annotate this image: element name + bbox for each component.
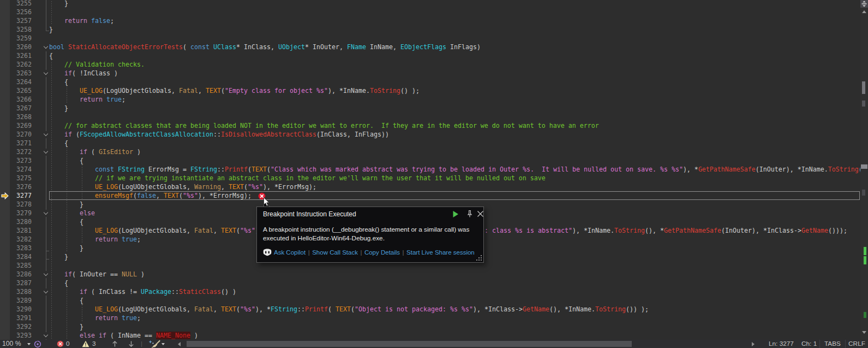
code-line[interactable]: 3276 UE_LOG(LogUObjectGlobals, Warning, …: [0, 182, 860, 191]
code-line[interactable]: 3286 if( InOuter == NULL ): [0, 270, 860, 279]
line-number[interactable]: 3277: [10, 191, 32, 200]
line-number[interactable]: 3268: [10, 113, 32, 121]
line-number[interactable]: 3274: [10, 165, 32, 174]
line-number[interactable]: 3281: [10, 226, 32, 235]
code-cleanup-broom-icon[interactable]: [148, 340, 161, 348]
line-number[interactable]: 3273: [10, 156, 32, 165]
code-line[interactable]: 3259: [0, 34, 860, 43]
scroll-right-arrow[interactable]: [752, 342, 755, 346]
code-line[interactable]: 3262 // Validation checks.: [0, 60, 860, 69]
ask-copilot-link[interactable]: Ask Copilot: [274, 249, 306, 256]
code-line[interactable]: 3291 return true;: [0, 314, 860, 322]
line-number[interactable]: 3285: [10, 261, 32, 270]
error-count[interactable]: 0: [66, 340, 70, 348]
line-number[interactable]: 3271: [10, 139, 32, 148]
line-number[interactable]: 3286: [10, 270, 32, 279]
code-area[interactable]: 3255 }32563257 return false;3258}3259326…: [0, 0, 860, 340]
resize-grip[interactable]: [476, 255, 482, 261]
copy-details-link[interactable]: Copy Details: [364, 249, 400, 256]
code-line[interactable]: 3265 UE_LOG(LogUObjectGlobals, Fatal, TE…: [0, 86, 860, 95]
code-cleanup-caret-icon[interactable]: [161, 343, 165, 345]
line-number[interactable]: 3255: [10, 0, 32, 8]
horizontal-scrollbar-thumb[interactable]: [187, 341, 632, 347]
line-number[interactable]: 3262: [10, 60, 32, 69]
line-number[interactable]: 3284: [10, 252, 32, 261]
line-number[interactable]: 3280: [10, 217, 32, 226]
code-line[interactable]: 3263 if( !InClass ): [0, 69, 860, 78]
horizontal-scrollbar[interactable]: [173, 341, 758, 347]
line-number[interactable]: 3292: [10, 322, 32, 331]
line-number[interactable]: 3290: [10, 305, 32, 314]
vertical-scrollbar[interactable]: [860, 0, 868, 340]
show-call-stack-link[interactable]: Show Call Stack: [312, 249, 358, 256]
continue-execution-icon[interactable]: [452, 210, 459, 218]
code-line[interactable]: 3290 UE_LOG(LogUObjectGlobals, Fatal, TE…: [0, 305, 860, 314]
start-live-share-link[interactable]: Start Live Share session: [406, 249, 475, 256]
code-line[interactable]: 3292 }: [0, 322, 860, 331]
code-line[interactable]: 3270 if (FScopedAllowAbstractClassAlloca…: [0, 130, 860, 139]
line-number[interactable]: 3276: [10, 182, 32, 191]
scroll-up-arrow[interactable]: [862, 10, 866, 13]
code-line[interactable]: 3256: [0, 8, 860, 16]
line-number[interactable]: 3291: [10, 314, 32, 322]
code-line[interactable]: 3272 if ( GIsEditor ): [0, 148, 860, 156]
line-number[interactable]: 3258: [10, 25, 32, 34]
code-line[interactable]: 3260bool StaticAllocateObjectErrorTests(…: [0, 43, 860, 51]
navigate-up-icon[interactable]: [111, 340, 118, 347]
code-line[interactable]: 3264 {: [0, 78, 860, 86]
line-number[interactable]: 3257: [10, 16, 32, 25]
line-number[interactable]: 3263: [10, 69, 32, 78]
code-line[interactable]: 3268: [0, 113, 860, 121]
warning-count[interactable]: 3: [92, 340, 96, 348]
line-number[interactable]: 3270: [10, 130, 32, 139]
scroll-left-arrow[interactable]: [178, 342, 181, 346]
instruction-pointer-arrow-icon[interactable]: [1, 192, 9, 199]
line-number[interactable]: 3264: [10, 78, 32, 86]
code-line[interactable]: 3261{: [0, 51, 860, 60]
code-line[interactable]: 3288 if ( InClass != UPackage::StaticCla…: [0, 287, 860, 296]
pin-icon[interactable]: [466, 210, 474, 218]
line-number[interactable]: 3275: [10, 174, 32, 182]
code-line[interactable]: 3275 // if we are trying instantiate an …: [0, 174, 860, 182]
line-number[interactable]: 3261: [10, 51, 32, 60]
navigate-down-icon[interactable]: [128, 340, 135, 347]
status-line-ending[interactable]: CRLF: [845, 340, 868, 348]
line-number[interactable]: 3288: [10, 287, 32, 296]
code-line[interactable]: 3271 {: [0, 139, 860, 148]
code-line[interactable]: 3258}: [0, 25, 860, 34]
status-indentation-mode[interactable]: TABS: [819, 340, 845, 348]
close-icon[interactable]: [477, 210, 484, 217]
code-line[interactable]: 3267 }: [0, 104, 860, 113]
line-number[interactable]: 3260: [10, 43, 32, 51]
code-line[interactable]: 3293 else if ( InName == NAME_None ): [0, 331, 860, 340]
code-line[interactable]: 3273 {: [0, 156, 860, 165]
scroll-down-arrow[interactable]: [862, 331, 866, 334]
line-number[interactable]: 3282: [10, 235, 32, 244]
zoom-control[interactable]: 100 %: [2, 340, 21, 348]
code-line[interactable]: 3274 const FString ErrorMsg = FString::P…: [0, 165, 860, 174]
line-number[interactable]: 3259: [10, 34, 32, 43]
line-number[interactable]: 3278: [10, 200, 32, 209]
editor-split-handle[interactable]: [860, 0, 868, 8]
line-number[interactable]: 3269: [10, 121, 32, 130]
line-number[interactable]: 3265: [10, 86, 32, 95]
errors-icon[interactable]: [57, 340, 64, 347]
line-number[interactable]: 3283: [10, 244, 32, 252]
code-line[interactable]: 3266 return true;: [0, 95, 860, 104]
line-number[interactable]: 3267: [10, 104, 32, 113]
line-number[interactable]: 3279: [10, 209, 32, 217]
line-number[interactable]: 3289: [10, 296, 32, 305]
zoom-dropdown-caret-icon[interactable]: [27, 343, 31, 345]
intellicode-icon[interactable]: [34, 340, 41, 348]
line-number[interactable]: 3293: [10, 331, 32, 340]
code-line[interactable]: 3287 {: [0, 279, 860, 287]
code-line[interactable]: 3269 // for abstract classes that are be…: [0, 121, 860, 130]
line-number[interactable]: 3256: [10, 8, 32, 16]
code-line[interactable]: 3257 return false;: [0, 16, 860, 25]
code-line[interactable]: 3289 {: [0, 296, 860, 305]
line-number[interactable]: 3287: [10, 279, 32, 287]
code-editor-pane[interactable]: 3255 }32563257 return false;3258}3259326…: [0, 0, 868, 340]
warnings-icon[interactable]: [82, 340, 89, 347]
line-number[interactable]: 3266: [10, 95, 32, 104]
line-number[interactable]: 3272: [10, 148, 32, 156]
